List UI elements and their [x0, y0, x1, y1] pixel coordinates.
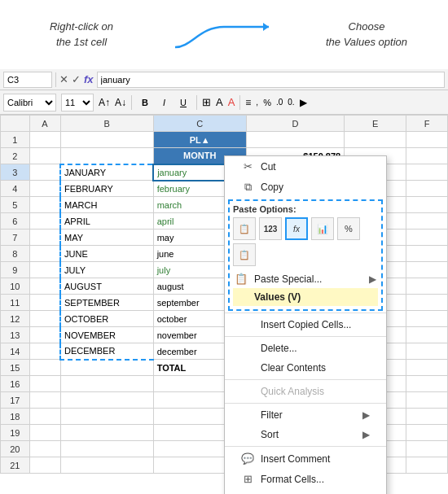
menu-item-quick-analysis[interactable]: Quick Analysis [225, 382, 386, 401]
cell-f12[interactable] [406, 311, 448, 327]
cell-f3[interactable] [406, 164, 448, 181]
cell-a15[interactable] [29, 360, 60, 376]
row-header-20[interactable]: 20 [1, 441, 30, 457]
cell-a3[interactable] [29, 164, 60, 181]
italic-button[interactable]: I [158, 94, 170, 111]
cell-f7[interactable] [406, 230, 448, 246]
cell-a8[interactable] [29, 246, 60, 262]
menu-item-sort[interactable]: Sort ▶ [225, 425, 386, 444]
cell-e1[interactable] [345, 132, 406, 148]
paste-icon-6[interactable]: 📋 [233, 243, 256, 266]
borders-icon[interactable]: ⊞ [202, 96, 211, 108]
bold-button[interactable]: B [137, 94, 153, 111]
cell-b12[interactable]: OCTOBER [60, 311, 153, 327]
paste-icon-2[interactable]: 123 [259, 217, 282, 240]
comma-style-icon[interactable]: , [256, 98, 258, 107]
cell-b5[interactable]: MARCH [60, 197, 153, 213]
row-header-21[interactable]: 21 [1, 457, 30, 474]
fx-icon[interactable]: fx [84, 73, 94, 85]
menu-item-pick-dropdown[interactable]: Pick From Drop-down List... [225, 489, 386, 494]
cell-a1[interactable] [29, 132, 60, 148]
cell-b10[interactable]: AUGUST [60, 278, 153, 295]
menu-item-insert-copied[interactable]: Insert Copied Cells... [225, 315, 386, 334]
percent-icon[interactable]: % [263, 98, 271, 107]
cell-b7[interactable]: MAY [60, 230, 153, 246]
cell-a18[interactable] [29, 409, 60, 425]
cell-f10[interactable] [406, 278, 448, 295]
paste-icon-5[interactable]: % [337, 217, 360, 240]
cell-reference-box[interactable] [3, 72, 52, 88]
cell-f9[interactable] [406, 262, 448, 278]
cell-f5[interactable] [406, 197, 448, 213]
row-header-18[interactable]: 18 [1, 409, 30, 425]
cell-a13[interactable] [29, 327, 60, 343]
cell-f4[interactable] [406, 181, 448, 197]
row-header-17[interactable]: 17 [1, 392, 30, 409]
cell-a2[interactable] [29, 148, 60, 164]
col-header-a[interactable]: A [29, 116, 60, 132]
cell-b9[interactable]: JULY [60, 262, 153, 278]
cell-f2[interactable] [406, 148, 448, 164]
cell-b2[interactable] [60, 148, 153, 164]
menu-item-clear-contents[interactable]: Clear Contents [225, 358, 386, 378]
cell-b11[interactable]: SEPTEMBER [60, 295, 153, 311]
cell-b19[interactable] [60, 425, 153, 441]
cell-b17[interactable] [60, 392, 153, 409]
fill-color-icon[interactable]: A [216, 96, 223, 108]
cell-b8[interactable]: JUNE [60, 246, 153, 262]
more-icon[interactable]: ▶ [300, 97, 307, 108]
cell-b6[interactable]: APRIL [60, 213, 153, 230]
cell-a4[interactable] [29, 181, 60, 197]
cell-b20[interactable] [60, 441, 153, 457]
cell-b4[interactable]: FEBRUARY [60, 181, 153, 197]
cell-f13[interactable] [406, 327, 448, 343]
cancel-icon[interactable]: ✕ [59, 73, 68, 85]
cell-c1[interactable]: PL▲ [153, 132, 246, 148]
cell-f19[interactable] [406, 425, 448, 441]
cell-b18[interactable] [60, 409, 153, 425]
row-header-13[interactable]: 13 [1, 327, 30, 343]
menu-item-format-cells[interactable]: ⊞ Format Cells... [225, 469, 386, 489]
cell-a9[interactable] [29, 262, 60, 278]
row-header-15[interactable]: 15 [1, 360, 30, 376]
underline-button[interactable]: U [175, 94, 191, 111]
cell-b1[interactable] [60, 132, 153, 148]
menu-item-delete[interactable]: Delete... [225, 339, 386, 358]
decrease-decimal-icon[interactable]: .0 [276, 98, 283, 107]
cell-a21[interactable] [29, 457, 60, 474]
cell-a16[interactable] [29, 376, 60, 392]
cell-f18[interactable] [406, 409, 448, 425]
cell-f21[interactable] [406, 457, 448, 474]
menu-item-filter[interactable]: Filter ▶ [225, 405, 386, 425]
cell-f6[interactable] [406, 213, 448, 230]
cell-a20[interactable] [29, 441, 60, 457]
confirm-icon[interactable]: ✓ [72, 73, 81, 85]
cell-a14[interactable] [29, 343, 60, 360]
paste-icon-4[interactable]: 📊 [311, 217, 334, 240]
cell-d1[interactable] [246, 132, 344, 148]
cell-b14[interactable]: DECEMBER [60, 343, 153, 360]
cell-b21[interactable] [60, 457, 153, 474]
menu-item-cut[interactable]: ✂ Cut [225, 156, 386, 177]
row-header-4[interactable]: 4 [1, 181, 30, 197]
col-header-d[interactable]: D [246, 116, 344, 132]
cell-f1[interactable] [406, 132, 448, 148]
cell-f14[interactable] [406, 343, 448, 360]
row-header-1[interactable]: 1 [1, 132, 30, 148]
paste-icon-3[interactable]: fx [285, 217, 308, 240]
cell-f16[interactable] [406, 376, 448, 392]
row-header-2[interactable]: 2 [1, 148, 30, 164]
row-header-19[interactable]: 19 [1, 425, 30, 441]
font-selector[interactable]: Calibri [3, 94, 56, 111]
decrease-font-icon[interactable]: A↓ [115, 97, 126, 108]
cell-f8[interactable] [406, 246, 448, 262]
cell-a19[interactable] [29, 425, 60, 441]
cell-b13[interactable]: NOVEMBER [60, 327, 153, 343]
col-header-f[interactable]: F [406, 116, 448, 132]
cell-b16[interactable] [60, 376, 153, 392]
menu-item-insert-comment[interactable]: 💬 Insert Comment [225, 448, 386, 469]
cell-f11[interactable] [406, 295, 448, 311]
cell-a6[interactable] [29, 213, 60, 230]
formula-input[interactable] [97, 72, 445, 88]
row-header-5[interactable]: 5 [1, 197, 30, 213]
